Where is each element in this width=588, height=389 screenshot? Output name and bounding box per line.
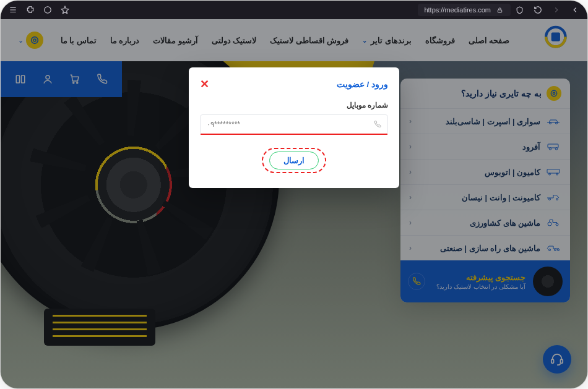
- shield-icon[interactable]: [514, 5, 524, 15]
- modal-title: ورود / عضویت: [337, 79, 388, 89]
- submit-button[interactable]: ارسال: [269, 152, 319, 169]
- login-modal: ورود / عضویت ✕ شماره موبایل ارسال: [189, 67, 399, 188]
- url-text: https://mediatires.com: [424, 6, 491, 14]
- nav-back-icon[interactable]: [570, 5, 580, 15]
- phone-input-icon: [374, 121, 381, 128]
- menu-icon[interactable]: [8, 5, 18, 15]
- url-bar[interactable]: https://mediatires.com: [418, 4, 511, 16]
- lock-icon: [495, 5, 504, 15]
- browser-toolbar: https://mediatires.com: [1, 1, 587, 19]
- submit-highlight: ارسال: [262, 148, 326, 173]
- close-icon[interactable]: ✕: [200, 77, 209, 91]
- mobile-label: شماره موبایل: [200, 101, 388, 109]
- nav-forward-icon[interactable]: [551, 5, 561, 15]
- svg-rect-0: [498, 10, 501, 12]
- mobile-field-wrap: [200, 114, 388, 134]
- mobile-input[interactable]: [207, 120, 370, 129]
- refresh-icon[interactable]: [533, 5, 543, 15]
- download-icon[interactable]: [43, 5, 53, 15]
- star-icon[interactable]: [60, 5, 70, 15]
- extensions-icon[interactable]: [25, 5, 35, 15]
- svg-point-1: [45, 7, 51, 14]
